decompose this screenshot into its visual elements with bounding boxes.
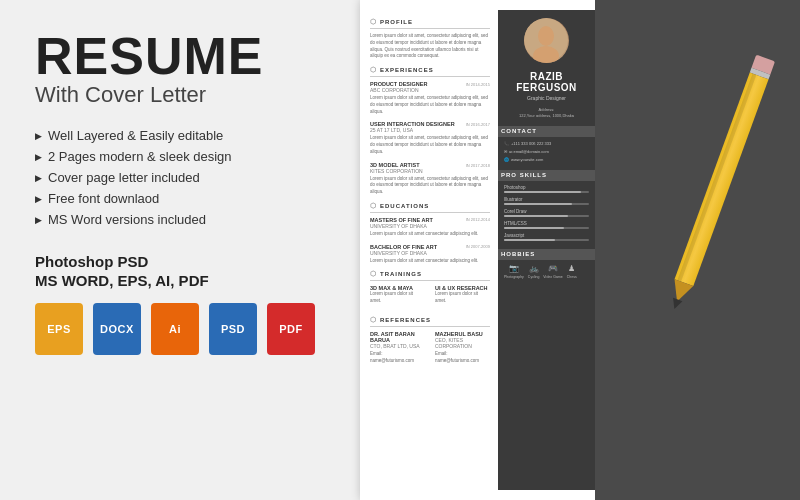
main-title: RESUME — [35, 30, 325, 82]
resume-left-col: PROFILE Lorem ipsum dolor sit amet, cons… — [360, 10, 498, 378]
file-icons-row: EPS DOCX Ai PSD PDF — [35, 303, 325, 355]
profile-text: Lorem ipsum dolor sit amet, consectetur … — [370, 33, 490, 60]
file-icon-pdf: PDF — [267, 303, 315, 355]
exp-date-2: IN 2016-2017 — [466, 122, 490, 127]
profile-section-title: PROFILE — [370, 18, 490, 29]
exp-text-3: Lorem ipsum dolor sit amet, consectetur … — [370, 176, 490, 196]
contact-web: 🌐 www.yoursite.com — [504, 157, 589, 162]
hobbies-section-title: HOBBIES — [498, 249, 595, 260]
edu-date-2: IN 2007-2009 — [466, 244, 490, 250]
profile-photo — [524, 18, 569, 63]
contact-section-title: CONTACT — [498, 126, 595, 137]
resume-preview-panel: PROFILE Lorem ipsum dolor sit amet, cons… — [360, 0, 595, 500]
hobby-chess: ♟ Chess — [567, 264, 577, 279]
trainings-section-title: TRAININGS — [370, 270, 490, 281]
hobbies-list: 📷 Photography 🚲 Cycling 🎮 Video Game ♟ C… — [504, 264, 589, 279]
features-list: Well Layered & Easily editable 2 Pages m… — [35, 128, 325, 233]
right-bg-panel — [595, 0, 800, 500]
exp-date-3: IN 2017-2018 — [466, 163, 490, 168]
exp-text-2: Lorem ipsum dolor sit amet, consectetur … — [370, 135, 490, 155]
file-icon-psd: PSD — [209, 303, 257, 355]
hobby-cycling: 🚲 Cycling — [528, 264, 539, 279]
skill-coreldraw: Corel Draw — [504, 209, 589, 217]
hobby-photography: 📷 Photography — [504, 264, 524, 279]
exp-item-2: USER INTERACTION DESIGNER IN 2016-2017 2… — [370, 121, 490, 155]
training-item-2: UI & UX RESERACH Lorem ipsum dolor sit a… — [435, 285, 490, 311]
exp-item-3: 3D MODEL ARTIST IN 2017-2018 KITES CORPO… — [370, 162, 490, 196]
skill-javascript: Javascript — [504, 233, 589, 241]
exp-item-1: PRODUCT DESIGNER IN 2014-2015 ABC CORPOR… — [370, 81, 490, 115]
exp-company-1: ABC CORPORATION — [370, 87, 490, 93]
exp-title-3: 3D MODEL ARTIST — [370, 162, 420, 168]
exp-date-1: IN 2014-2015 — [466, 82, 490, 87]
exp-text-1: Lorem ipsum dolor sit amet, consectetur … — [370, 95, 490, 115]
left-panel: RESUME With Cover Letter Well Layered & … — [0, 0, 360, 500]
contact-phone: 📞 +111 333 006 222 333 — [504, 141, 589, 146]
feature-item-2: 2 Pages modern & sleek design — [35, 149, 325, 164]
feature-item-3: Cover page letter included — [35, 170, 325, 185]
edu-text-1: Lorem ipsum dolor sit amet consectetur a… — [370, 231, 490, 238]
edu-company-2: UNIVERSITY OF DHAKA — [370, 250, 490, 256]
edu-date-1: IN 2012-2014 — [466, 217, 490, 223]
software-label: Photoshop PSD — [35, 253, 325, 270]
skill-illustrator: Illustrator — [504, 197, 589, 205]
edu-item-2: BACHELOR OF FINE ART IN 2007-2009 UNIVER… — [370, 244, 490, 265]
exp-company-3: KITES CORPORATION — [370, 168, 490, 174]
exp-company-2: 25 AT 17 LTD, USA — [370, 127, 490, 133]
experiences-section-title: EXPERIENCES — [370, 66, 490, 77]
profile-address: Address:122,Your address, 1000,Dhaka — [504, 107, 589, 118]
pencil-body — [675, 72, 769, 286]
edu-text-2: Lorem ipsum dolor sit amet consectetur a… — [370, 258, 490, 265]
hobby-videogame: 🎮 Video Game — [543, 264, 562, 279]
svg-point-1 — [538, 26, 554, 46]
pencil-tip-graphite — [670, 298, 683, 311]
references-section-title: REFERENCES — [370, 316, 490, 327]
file-icon-eps: EPS — [35, 303, 83, 355]
feature-item-5: MS Word versions included — [35, 212, 325, 227]
skills-section-title: PRO SKILLS — [498, 170, 595, 181]
training-item-1: 3D MAX & MAYA Lorem ipsum dolor sit amet… — [370, 285, 425, 311]
edu-title-2: BACHELOR OF FINE ART — [370, 244, 437, 250]
profile-role: Graphic Designer — [504, 95, 589, 101]
feature-item-1: Well Layered & Easily editable — [35, 128, 325, 143]
profile-name: RAZIBFERGUSON — [504, 71, 589, 93]
skills-list: Photoshop Illustrator Corel Draw HTML/CS… — [504, 185, 589, 241]
main-subtitle: With Cover Letter — [35, 82, 325, 108]
skill-htmlcss: HTML/CSS — [504, 221, 589, 229]
educations-section-title: EDUCATIONS — [370, 202, 490, 213]
ref-item-2: MAZHERUL BASU CEO, KITES CORPORATION Ema… — [435, 331, 490, 371]
file-icon-ai: Ai — [151, 303, 199, 355]
feature-item-4: Free font downlaod — [35, 191, 325, 206]
contact-email: ✉ ur.email@domain.com — [504, 149, 589, 154]
format-label: MS WORD, EPS, AI, PDF — [35, 272, 325, 289]
edu-title-1: MASTERS OF FINE ART — [370, 217, 433, 223]
ref-item-1: DR. ASIT BARAN BARUA CTO, BRAT LTD, USA … — [370, 331, 425, 371]
file-icon-docx: DOCX — [93, 303, 141, 355]
resume-inner: PROFILE Lorem ipsum dolor sit amet, cons… — [360, 10, 595, 490]
skill-photoshop: Photoshop — [504, 185, 589, 193]
resume-right-col: RAZIBFERGUSON Graphic Designer Address:1… — [498, 10, 595, 490]
edu-company-1: UNIVERSITY OF DHAKA — [370, 223, 490, 229]
edu-item-1: MASTERS OF FINE ART IN 2012-2014 UNIVERS… — [370, 217, 490, 238]
